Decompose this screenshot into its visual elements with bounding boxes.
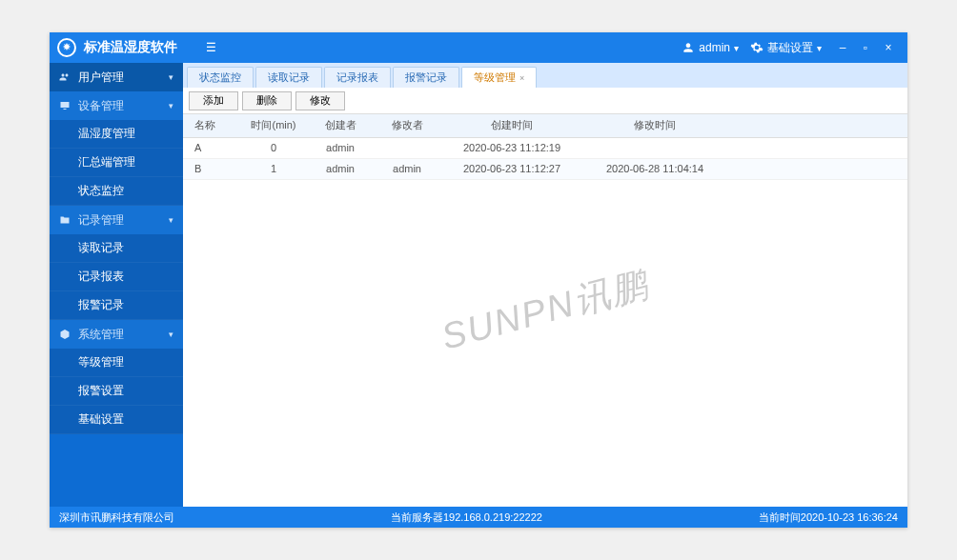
app-title: 标准温湿度软件: [84, 39, 177, 56]
time-label: 当前时间2020-10-23 16:36:24: [759, 510, 898, 525]
user-icon: [682, 41, 695, 54]
gear-icon: [750, 41, 764, 54]
folder-icon: [57, 214, 72, 226]
sidebar-group-records[interactable]: 记录管理 ▾: [50, 206, 183, 234]
col-header[interactable]: 创建者: [307, 114, 374, 137]
delete-button[interactable]: 删除: [242, 91, 292, 110]
sidebar-group-label: 设备管理: [78, 98, 124, 114]
sidebar-group-users[interactable]: 用户管理 ▾: [50, 63, 183, 91]
table-row[interactable]: A 0 admin 2020-06-23 11:12:19: [183, 137, 907, 158]
sidebar-item[interactable]: 等级管理: [50, 349, 183, 377]
sidebar-group-label: 系统管理: [78, 327, 124, 343]
close-tab-icon[interactable]: ×: [519, 73, 524, 83]
col-header[interactable]: 创建时间: [440, 114, 583, 137]
data-table: 名称 时间(min) 创建者 修改者 创建时间 修改时间 A 0: [183, 114, 907, 180]
sidebar-group-label: 用户管理: [78, 70, 124, 86]
settings-label: 基础设置: [767, 40, 813, 56]
menu-toggle-icon[interactable]: ☰: [206, 41, 216, 54]
tab[interactable]: 读取记录: [255, 67, 322, 88]
sidebar-group-label: 记录管理: [78, 212, 124, 229]
col-header[interactable]: 修改者: [374, 114, 440, 137]
sidebar-group-device[interactable]: 设备管理 ▾: [50, 91, 183, 120]
edit-button[interactable]: 修改: [295, 91, 345, 110]
close-button[interactable]: ×: [877, 41, 900, 54]
statusbar: 深圳市讯鹏科技有限公司 当前服务器192.168.0.219:22222 当前时…: [50, 507, 907, 528]
table-row[interactable]: B 1 admin admin 2020-06-23 11:12:27 2020…: [183, 158, 907, 179]
main-area: 状态监控 读取记录 记录报表 报警记录 等级管理× 添加 删除 修改 名称 时间…: [183, 63, 907, 507]
settings-menu[interactable]: 基础设置: [750, 40, 822, 56]
col-header[interactable]: 时间(min): [240, 114, 307, 137]
chevron-down-icon: ▾: [169, 215, 173, 225]
app-logo-icon: [57, 38, 76, 57]
sidebar-item[interactable]: 温湿度管理: [50, 120, 183, 149]
col-header: [726, 114, 907, 137]
maximize-button[interactable]: ▫: [854, 41, 877, 54]
titlebar: 标准温湿度软件 ☰ admin 基础设置 – ▫ ×: [50, 32, 907, 63]
toolbar: 添加 删除 修改: [183, 88, 907, 114]
sidebar-item[interactable]: 报警设置: [50, 377, 183, 406]
watermark: SUNPN讯鹏: [437, 260, 655, 362]
company-label: 深圳市讯鹏科技有限公司: [59, 510, 174, 525]
chevron-down-icon: ▾: [169, 330, 173, 339]
sidebar-item[interactable]: 汇总端管理: [50, 149, 183, 177]
col-header[interactable]: 修改时间: [583, 114, 726, 137]
col-header[interactable]: 名称: [183, 114, 240, 137]
monitor-icon: [57, 100, 72, 111]
chevron-down-icon: ▾: [169, 101, 173, 110]
app-window: 标准温湿度软件 ☰ admin 基础设置 – ▫ × 用户管理 ▾ 设备管理: [50, 32, 907, 528]
cube-icon: [57, 329, 72, 340]
sidebar-group-system[interactable]: 系统管理 ▾: [50, 320, 183, 349]
sidebar-item[interactable]: 记录报表: [50, 263, 183, 291]
tab-active[interactable]: 等级管理×: [461, 67, 537, 88]
sidebar-item[interactable]: 状态监控: [50, 177, 183, 206]
server-label: 当前服务器192.168.0.219:22222: [174, 510, 759, 525]
minimize-button[interactable]: –: [831, 41, 854, 54]
sidebar: 用户管理 ▾ 设备管理 ▾ 温湿度管理 汇总端管理 状态监控 记录管理 ▾ 读取…: [50, 63, 183, 507]
user-menu[interactable]: admin: [682, 41, 739, 54]
chevron-down-icon: ▾: [169, 72, 173, 82]
sidebar-item[interactable]: 读取记录: [50, 234, 183, 263]
users-icon: [57, 71, 72, 83]
tabstrip: 状态监控 读取记录 记录报表 报警记录 等级管理×: [183, 63, 907, 88]
content: 名称 时间(min) 创建者 修改者 创建时间 修改时间 A 0: [183, 114, 907, 507]
tab[interactable]: 记录报表: [324, 67, 391, 88]
sidebar-item[interactable]: 基础设置: [50, 406, 183, 434]
add-button[interactable]: 添加: [189, 91, 238, 110]
sidebar-item[interactable]: 报警记录: [50, 291, 183, 320]
tab[interactable]: 状态监控: [187, 67, 254, 88]
tab[interactable]: 报警记录: [393, 67, 459, 88]
user-label: admin: [699, 41, 730, 54]
